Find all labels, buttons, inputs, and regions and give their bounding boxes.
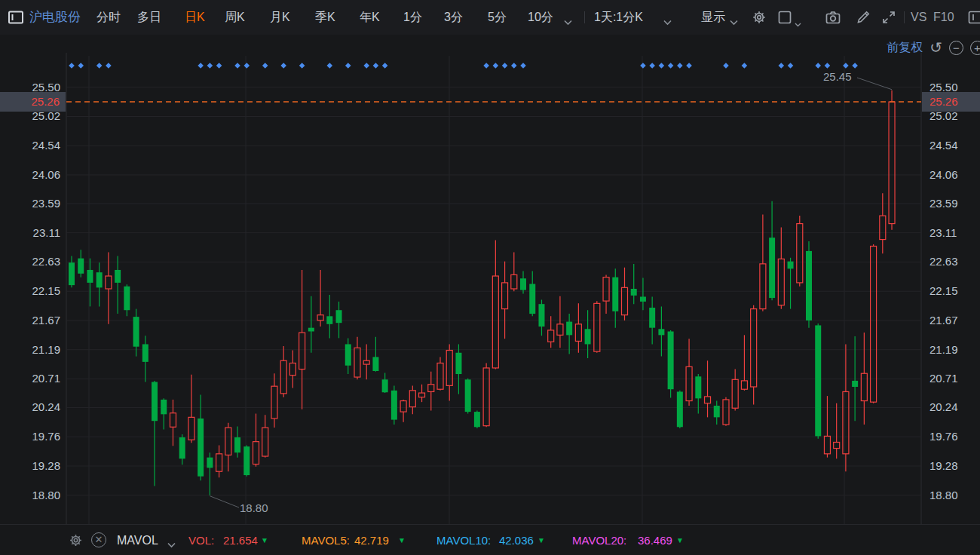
candle-down [115, 270, 121, 283]
y-axis-label-left: 21.67 [0, 314, 60, 327]
candle-down [612, 278, 618, 311]
toolbar-separator [904, 11, 905, 23]
tab-multi-day[interactable]: 多日 [137, 0, 161, 35]
candle-up [400, 401, 406, 412]
down-triangle-icon: ▼ [676, 525, 684, 555]
candle-down [566, 322, 572, 336]
y-axis-label-left: 23.59 [0, 197, 60, 210]
current-price-band-right: 25.26 [922, 92, 980, 112]
candle-down [152, 382, 158, 422]
event-marker-diamond [299, 63, 305, 69]
zoom-out-icon[interactable]: − [949, 41, 963, 55]
y-axis-label-left: 18.80 [0, 489, 60, 502]
event-marker-diamond [106, 63, 112, 69]
close-indicator-icon[interactable]: ✕ [91, 532, 106, 547]
candle-up [106, 276, 112, 289]
chevron-down-icon[interactable] [663, 15, 672, 29]
gear-icon[interactable] [751, 9, 767, 29]
candle-up [622, 287, 628, 314]
zoom-in-icon[interactable]: + [970, 41, 980, 55]
period-selector[interactable]: 1天:1分K [594, 0, 643, 35]
tab-monthly-k[interactable]: 月K [270, 0, 290, 35]
event-marker-diamond [815, 63, 821, 69]
tab-10min[interactable]: 10分 [528, 0, 553, 35]
pencil-icon[interactable] [855, 9, 871, 29]
vol-value: 21.654 [223, 525, 258, 555]
candle-down [465, 379, 471, 412]
candle-up [502, 283, 508, 309]
low-annotation-pointer [210, 496, 239, 507]
window-panel-icon[interactable] [8, 9, 24, 29]
y-axis-label-left: 19.28 [0, 459, 60, 473]
candle-up [861, 373, 867, 400]
tab-minute-line[interactable]: 分时 [96, 0, 121, 35]
candle-down [649, 308, 655, 328]
tab-yearly-k[interactable]: 年K [360, 0, 380, 35]
event-marker-diamond [483, 63, 489, 69]
candle-down [852, 381, 858, 387]
y-axis-label-left: 19.76 [0, 430, 60, 443]
candle-down [695, 376, 701, 398]
chevron-down-icon[interactable] [795, 17, 801, 30]
stock-name[interactable]: 沪电股份 [29, 0, 81, 35]
event-marker-diamond [723, 63, 729, 69]
y-axis-label-right: 19.76 [929, 430, 979, 443]
event-marker-diamond [493, 63, 499, 69]
vs-button[interactable]: VS [911, 0, 926, 35]
indicator-bar: ✕ MAVOL VOL: 21.654 ▼ MAVOL5: 42.719 ▼ M… [0, 524, 980, 555]
adjust-mode-button[interactable]: 前复权 [887, 38, 923, 57]
low-price-annotation: 18.80 [240, 501, 268, 515]
event-marker-diamond [69, 63, 75, 69]
candle-up [824, 436, 830, 453]
f10-button[interactable]: F10 [933, 0, 954, 35]
event-marker-diamond [234, 63, 240, 69]
chevron-down-icon[interactable] [730, 15, 738, 29]
candle-up [880, 216, 886, 239]
mavol10-value: 42.036 [499, 525, 534, 555]
event-marker-diamond [96, 63, 103, 69]
event-marker-diamond [843, 63, 849, 69]
candle-down [243, 446, 250, 475]
fullscreen-expand-icon[interactable] [880, 9, 897, 29]
event-marker-diamond [198, 63, 204, 69]
candle-down [372, 357, 378, 371]
y-axis-label-left: 20.24 [0, 400, 60, 414]
tab-1min[interactable]: 1分 [403, 0, 422, 35]
vol-label: VOL: [188, 525, 214, 555]
gear-icon[interactable] [68, 532, 84, 551]
chevron-down-icon[interactable] [167, 538, 176, 551]
candle-down [391, 391, 397, 420]
indicator-selector[interactable]: MAVOL [117, 525, 158, 555]
candle-down [382, 379, 388, 392]
down-triangle-icon: ▼ [261, 525, 268, 555]
candle-up [170, 413, 176, 428]
event-marker-diamond [216, 63, 222, 69]
current-price-band-left: 25.26 [0, 92, 66, 112]
candle-up [760, 264, 766, 309]
y-axis-label-right: 25.50 [929, 81, 979, 94]
tab-5min[interactable]: 5分 [488, 0, 507, 35]
event-marker-diamond [520, 63, 526, 69]
display-menu[interactable]: 显示 [701, 0, 725, 35]
candlestick-chart[interactable] [0, 35, 980, 524]
event-marker-diamond [686, 63, 692, 69]
tab-daily-k[interactable]: 日K [185, 0, 205, 35]
layout-square-icon[interactable] [778, 11, 792, 27]
camera-icon[interactable] [825, 9, 841, 29]
candle-up [428, 385, 434, 392]
event-marker-diamond [345, 63, 351, 69]
tab-3min[interactable]: 3分 [444, 0, 463, 35]
undo-icon[interactable]: ↺ [929, 38, 942, 57]
candle-up [299, 333, 305, 369]
candle-down [529, 284, 535, 314]
y-axis-label-left: 25.50 [0, 81, 60, 94]
candle-up [843, 391, 849, 453]
candle-up [594, 303, 600, 351]
tab-quarterly-k[interactable]: 季K [315, 0, 335, 35]
chevron-down-icon[interactable] [564, 15, 572, 29]
tab-weekly-k[interactable]: 周K [225, 0, 245, 35]
candle-up [575, 324, 581, 342]
stock-chart-app: 沪电股份 分时 多日 日K 周K 月K 季K 年K 1分 3分 5分 10分 1… [0, 0, 980, 555]
event-marker-diamond [825, 63, 831, 69]
clipped-panel-icon[interactable] [968, 11, 980, 27]
